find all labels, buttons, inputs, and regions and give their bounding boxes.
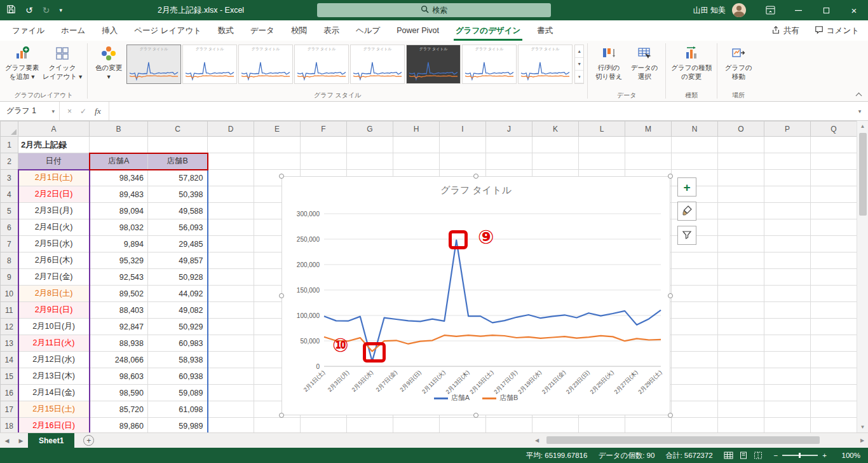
cell-D15[interactable] (208, 368, 254, 385)
tab-view[interactable]: 表示 (315, 20, 348, 41)
maximize-button[interactable] (812, 0, 840, 20)
column-header-E[interactable]: E (254, 121, 301, 137)
cell-C4[interactable]: 50,398 (148, 186, 208, 203)
cell-N2[interactable] (672, 153, 718, 170)
cell-J1[interactable] (486, 137, 532, 153)
cell-H2[interactable] (393, 153, 440, 170)
cell-Q5[interactable] (811, 203, 857, 219)
chart-title[interactable]: グラフ タイトル (282, 184, 670, 197)
cell-D1[interactable] (208, 137, 254, 153)
chart-handle-w[interactable] (279, 293, 284, 298)
search-input[interactable]: 検索 (317, 3, 551, 17)
undo-icon[interactable]: ↺ (25, 5, 33, 15)
chart-style-thumbnail-8[interactable]: グラフ タイトル (518, 45, 573, 84)
cell-N14[interactable] (672, 352, 718, 368)
cell-A16[interactable]: 2月14日(金) (18, 385, 90, 401)
cell-H18[interactable] (393, 418, 440, 433)
column-header-N[interactable]: N (672, 121, 718, 137)
formula-bar-expand-icon[interactable]: ▾ (851, 102, 868, 120)
chart-handle-e[interactable] (668, 293, 673, 298)
cell-O7[interactable] (718, 236, 764, 252)
add-chart-element-button[interactable]: グラフ要素 を追加 ▾ (3, 43, 41, 83)
cell-O4[interactable] (718, 186, 764, 203)
cell-B16[interactable]: 98,590 (90, 385, 148, 401)
change-colors-button[interactable]: 色の変更 ▾ (91, 43, 126, 83)
cell-O12[interactable] (718, 319, 764, 335)
cell-Q8[interactable] (811, 252, 857, 269)
cell-B5[interactable]: 89,094 (90, 203, 148, 219)
cell-Q11[interactable] (811, 302, 857, 319)
chart-style-thumbnail-5[interactable]: グラフ タイトル (350, 45, 405, 84)
tab-home[interactable]: ホーム (53, 20, 93, 41)
cell-D4[interactable] (208, 186, 254, 203)
row-header-16[interactable]: 16 (1, 385, 18, 401)
legend-item[interactable]: 店舗A (434, 393, 470, 403)
cell-O18[interactable] (718, 418, 764, 433)
column-header-P[interactable]: P (764, 121, 811, 137)
avatar[interactable] (732, 3, 746, 17)
cell-B9[interactable]: 92,543 (90, 269, 148, 286)
formula-input[interactable] (109, 102, 851, 120)
cell-A1[interactable]: 2月売上記録 (18, 137, 90, 153)
cell-Q2[interactable] (811, 153, 857, 170)
cell-N16[interactable] (672, 385, 718, 401)
chart-handle-nw[interactable] (279, 174, 284, 179)
column-header-M[interactable]: M (625, 121, 672, 137)
tab-power-pivot[interactable]: Power Pivot (388, 20, 447, 41)
close-button[interactable]: × (840, 0, 868, 20)
cell-O2[interactable] (718, 153, 764, 170)
tab-formulas[interactable]: 数式 (210, 20, 242, 41)
comments-button[interactable]: コメント (815, 25, 859, 36)
cell-D10[interactable] (208, 286, 254, 302)
cell-E2[interactable] (254, 153, 301, 170)
row-header-5[interactable]: 5 (1, 203, 18, 219)
cell-K2[interactable] (532, 153, 579, 170)
cell-C13[interactable]: 60,983 (148, 335, 208, 352)
cell-P6[interactable] (764, 219, 811, 236)
cell-B3[interactable]: 98,346 (90, 170, 148, 186)
name-box[interactable]: グラフ 1 ▾ (0, 102, 60, 120)
row-header-8[interactable]: 8 (1, 252, 18, 269)
cell-M2[interactable] (625, 153, 672, 170)
tab-help[interactable]: ヘルプ (348, 20, 388, 41)
chart-handle-ne[interactable] (668, 174, 673, 179)
cell-Q18[interactable] (811, 418, 857, 433)
cell-C9[interactable]: 50,928 (148, 269, 208, 286)
cell-G1[interactable] (347, 137, 393, 153)
row-header-6[interactable]: 6 (1, 219, 18, 236)
cell-N15[interactable] (672, 368, 718, 385)
tab-format[interactable]: 書式 (529, 20, 561, 41)
cell-N10[interactable] (672, 286, 718, 302)
cell-I1[interactable] (440, 137, 486, 153)
chart-handle-s[interactable] (473, 413, 478, 418)
row-header-4[interactable]: 4 (1, 186, 18, 203)
cell-B18[interactable]: 89,860 (90, 418, 148, 433)
chart-elements-button[interactable]: + (677, 177, 696, 197)
cell-L1[interactable] (579, 137, 625, 153)
cell-B10[interactable]: 89,502 (90, 286, 148, 302)
cell-A5[interactable]: 2月3日(月) (18, 203, 90, 219)
cell-N8[interactable] (672, 252, 718, 269)
cell-D17[interactable] (208, 401, 254, 418)
cell-B6[interactable]: 98,032 (90, 219, 148, 236)
cell-Q13[interactable] (811, 335, 857, 352)
cell-Q16[interactable] (811, 385, 857, 401)
chart-style-thumbnail-4[interactable]: グラフ タイトル (294, 45, 349, 84)
cell-O11[interactable] (718, 302, 764, 319)
tab-file[interactable]: ファイル (4, 20, 53, 41)
cell-B8[interactable]: 95,329 (90, 252, 148, 269)
cell-D7[interactable] (208, 236, 254, 252)
style-scroll-up-icon[interactable]: ▲ (575, 45, 583, 58)
cell-A18[interactable]: 2月16日(日) (18, 418, 90, 433)
tab-insert[interactable]: 挿入 (93, 20, 126, 41)
cell-A2[interactable]: 日付 (18, 153, 90, 170)
cell-J18[interactable] (486, 418, 532, 433)
scroll-up-icon[interactable]: ▲ (857, 121, 868, 132)
cell-P13[interactable] (764, 335, 811, 352)
new-sheet-button[interactable]: + (83, 435, 94, 446)
vertical-scrollbar[interactable]: ▲ ▼ (857, 121, 868, 432)
cell-Q1[interactable] (811, 137, 857, 153)
zoom-slider[interactable] (782, 455, 818, 456)
column-header-B[interactable]: B (90, 121, 148, 137)
cell-Q10[interactable] (811, 286, 857, 302)
